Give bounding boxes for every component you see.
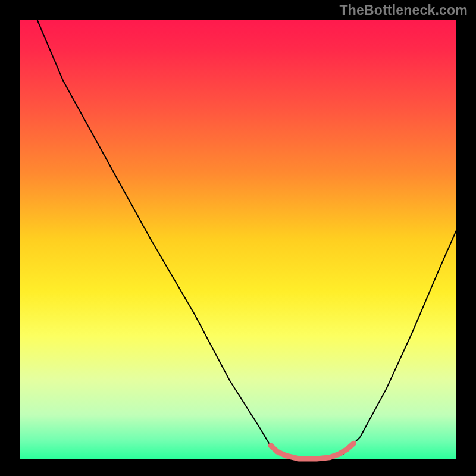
watermark-text: TheBottleneck.com xyxy=(339,2,468,18)
bottleneck-chart xyxy=(0,0,476,476)
chart-stage: TheBottleneck.com xyxy=(0,0,476,476)
